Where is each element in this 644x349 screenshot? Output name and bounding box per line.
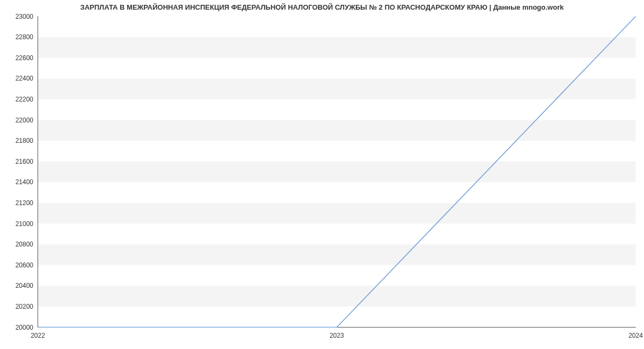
x-tick-label: 2023 — [330, 332, 344, 339]
y-tick-label: 22000 — [0, 117, 33, 124]
x-tick-label: 2024 — [628, 332, 643, 339]
y-tick-label: 23000 — [0, 13, 33, 20]
svg-rect-2 — [38, 203, 636, 224]
chart-title: ЗАРПЛАТА В МЕЖРАЙОННАЯ ИНСПЕКЦИЯ ФЕДЕРАЛ… — [0, 3, 644, 11]
chart-plot-area — [38, 16, 636, 328]
svg-rect-5 — [38, 78, 636, 99]
y-tick-label: 21400 — [0, 178, 33, 186]
y-tick-label: 20800 — [0, 241, 33, 248]
y-tick-label: 22200 — [0, 96, 33, 103]
y-tick-label: 22600 — [0, 54, 33, 62]
y-tick-label: 22800 — [0, 33, 33, 41]
svg-rect-6 — [38, 37, 636, 58]
y-tick-label: 20000 — [0, 324, 33, 331]
svg-rect-0 — [38, 286, 636, 307]
svg-rect-4 — [38, 120, 636, 141]
svg-rect-1 — [38, 244, 636, 265]
y-tick-label: 21600 — [0, 158, 33, 165]
x-tick-label: 2022 — [31, 332, 45, 339]
y-tick-label: 20400 — [0, 282, 33, 289]
y-axis-ticks: 2000020200204002060020800210002120021400… — [0, 16, 33, 328]
y-tick-label: 21800 — [0, 137, 33, 144]
y-tick-label: 20200 — [0, 303, 33, 310]
y-tick-label: 21000 — [0, 220, 33, 228]
y-tick-label: 22400 — [0, 75, 33, 82]
x-axis-ticks: 202220232024 — [38, 332, 636, 343]
y-tick-label: 21200 — [0, 199, 33, 207]
svg-rect-3 — [38, 162, 636, 183]
y-tick-label: 20600 — [0, 261, 33, 269]
chart-container: ЗАРПЛАТА В МЕЖРАЙОННАЯ ИНСПЕКЦИЯ ФЕДЕРАЛ… — [0, 0, 644, 349]
